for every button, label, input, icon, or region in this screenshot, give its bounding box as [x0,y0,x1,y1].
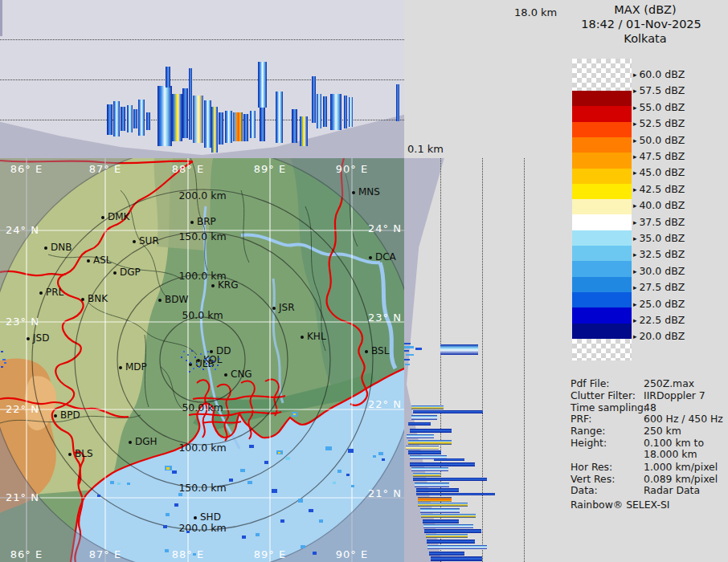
echo-cell [378,452,383,455]
metadata-value: 0.089 km/pixel [644,473,718,485]
metadata-value: 600 Hz / 450 Hz [644,413,723,425]
echo-row [411,405,444,409]
echo-row [423,524,473,528]
city-label: BNK [88,293,108,304]
latlon-label: 90° E [336,163,368,175]
legend-swatch [572,324,632,340]
city-label: BRP [197,216,216,227]
latlon-label: 89° E [254,548,286,560]
city-label: DMK [108,211,129,222]
yz-cross-section-panel [404,158,567,562]
software-brand: Rainbow® SELEX-SI [571,499,669,511]
echo-column [300,116,308,146]
legend-entry-label: 20.0 dBZ [633,330,685,342]
latlon-label: 87° E [89,163,121,175]
city-dot [211,284,215,287]
city-label: BSL [371,345,389,356]
latlon-label: 22° N [6,403,39,415]
echo-cell [278,452,280,454]
product-title: MAX (dBZ) [565,3,726,16]
city-label: SHD [200,511,221,523]
city-label: JSR [279,302,295,313]
echo-cell [242,536,246,539]
echo-row [410,429,452,433]
echo-cell [178,493,182,496]
city-dot [369,256,372,259]
echo-cell [193,368,194,369]
legend-entry-label: 37.5 dBZ [633,216,685,228]
echo-cell [190,362,191,364]
legend-swatch [572,184,632,200]
metadata-label: Clutter Filter: [571,389,636,401]
echo-cell [215,369,216,370]
echo-row [427,540,475,544]
echo-cell [293,413,296,415]
echo-column [166,67,170,88]
echo-cell [165,549,169,552]
echo-cell [198,366,200,368]
legend-entry-label: 45.0 dBZ [633,166,685,178]
xz-cross-section-panel [0,0,404,158]
city-dot [44,246,47,250]
metadata-value: 0.100 km to [644,437,704,449]
echo-cell [189,371,190,373]
city-label: MNS [358,186,380,198]
echo-row [408,422,431,426]
echo-edge-mark [404,346,414,348]
echo-cell [325,446,332,450]
echo-cell [240,469,245,472]
range-ring-label: 100.0 km [178,442,226,454]
latlon-label: 89° E [254,163,286,175]
metadata-value: 18.000 km [644,448,697,460]
legend-swatch [572,214,632,230]
legend-swatch [572,106,632,122]
latlon-label: 24° N [368,222,402,234]
metadata-value: Radar Data [644,484,700,496]
echo-cell [313,552,317,555]
city-label: SUR [139,235,159,246]
legend-swatch [572,153,632,169]
echo-column [133,109,137,128]
station-name: Kolkata [565,32,726,45]
echo-column [182,88,188,138]
city-dot [301,336,304,339]
echo-cell [348,449,354,453]
echo-cell [285,457,290,460]
city-label: PRL [46,287,63,298]
echo-row [416,493,495,495]
echo-edge-mark [404,350,409,352]
echo-cell [193,553,196,556]
echo-column [323,96,327,127]
city-dot [133,240,136,243]
echo-cell [272,489,277,493]
echo-cell [186,360,187,361]
echo-row [434,458,464,461]
height-gridline [0,79,404,80]
legend-entry-label: 30.0 dBZ [633,265,685,277]
echo-column [204,100,211,148]
echo-cell [186,531,190,533]
legend-entry-label: 22.5 dBZ [633,314,685,326]
echo-cell [166,467,170,470]
echo-row [421,514,476,518]
echo-column [344,96,347,128]
echo-cell [301,545,305,548]
legend-entry-label: 60.0 dBZ [633,68,685,80]
echo-cell [207,351,209,352]
latlon-label: 21° N [368,487,402,499]
echo-column [157,86,172,146]
echo-cell [1,351,3,352]
city-dot [54,414,57,417]
metadata-value: 250Z.max [644,377,694,389]
echo-column [258,62,267,108]
echo-cell [196,363,198,364]
metadata-value: 48 [644,401,656,413]
echo-cell [211,365,212,367]
echo-row [408,440,452,445]
echo-row [411,467,448,471]
legend-swatch [572,246,632,262]
echo-cell [249,445,254,448]
echo-cell [172,470,177,474]
echo-cell [163,525,167,528]
city-dot [352,191,355,194]
